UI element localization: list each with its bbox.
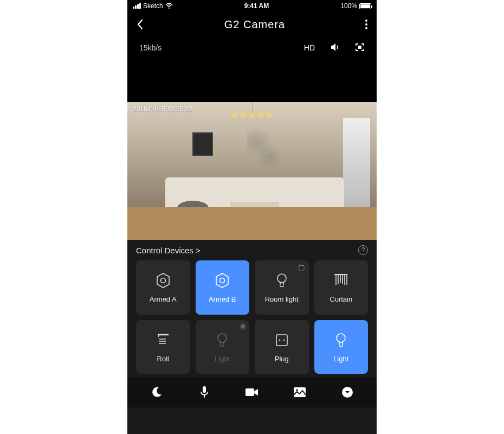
svg-point-6 xyxy=(220,278,225,283)
camera-feed[interactable]: 2018/08/15 12:50:22 xyxy=(127,102,377,240)
moon-icon xyxy=(150,386,163,399)
svg-point-7 xyxy=(277,274,286,283)
svg-point-2 xyxy=(365,23,367,25)
tile-armed-b[interactable]: Armed B xyxy=(196,260,250,315)
loading-icon xyxy=(298,265,305,271)
phone-frame: Sketch 9:41 AM 100% G2 Camera 15kb/s HD xyxy=(127,0,377,434)
plug-icon xyxy=(274,331,289,349)
tile-room-light[interactable]: Room light xyxy=(255,260,309,315)
battery-label: 100% xyxy=(340,2,357,10)
tile-label: Light xyxy=(333,355,348,363)
svg-rect-4 xyxy=(358,46,361,49)
signal-icon xyxy=(133,3,141,9)
disabled-badge-icon: ⊘ xyxy=(240,323,246,330)
tile-roll[interactable]: Roll xyxy=(136,320,190,374)
tile-label: Armed B xyxy=(209,295,236,303)
feed-timestamp: 2018/08/15 12:50:22 xyxy=(133,105,192,113)
bitrate-label: 15kb/s xyxy=(139,43,161,52)
record-button[interactable] xyxy=(240,380,264,404)
tile-curtain[interactable]: Curtain xyxy=(314,260,369,315)
section-header[interactable]: Control Devices > ? xyxy=(136,245,368,255)
talk-button[interactable] xyxy=(192,380,216,404)
svg-point-1 xyxy=(365,20,367,22)
tile-label: Armed A xyxy=(150,295,177,303)
svg-point-3 xyxy=(365,27,367,29)
svg-rect-13 xyxy=(203,386,206,393)
shield-hex-icon xyxy=(155,271,171,290)
video-letterbox xyxy=(127,59,377,102)
bottom-toolbar xyxy=(127,377,377,407)
more-button[interactable] xyxy=(335,380,359,404)
volume-button[interactable] xyxy=(330,43,340,53)
svg-rect-14 xyxy=(245,388,254,396)
battery-icon xyxy=(359,3,371,9)
picture-icon xyxy=(293,386,307,398)
tile-light-disabled[interactable]: ⊘ Light xyxy=(196,320,250,374)
back-button[interactable] xyxy=(136,18,145,30)
video-camera-icon xyxy=(244,387,260,398)
svg-point-12 xyxy=(337,334,345,342)
snapshot-button[interactable] xyxy=(288,380,312,404)
more-menu-button[interactable] xyxy=(365,18,368,30)
svg-point-8 xyxy=(218,334,227,342)
nav-bar: G2 Camera xyxy=(127,12,377,37)
svg-rect-9 xyxy=(276,335,287,346)
shield-hex-icon xyxy=(214,271,230,290)
status-left: Sketch xyxy=(133,2,173,10)
tile-label: Curtain xyxy=(329,295,352,303)
fullscreen-icon xyxy=(355,43,365,52)
help-button[interactable]: ? xyxy=(358,245,368,255)
tile-plug[interactable]: Plug xyxy=(255,320,309,374)
bulb-icon xyxy=(334,331,348,349)
bulb-icon xyxy=(275,271,289,290)
svg-point-10 xyxy=(279,339,280,341)
svg-point-11 xyxy=(283,339,285,341)
control-panel: Control Devices > ? Armed A Armed B xyxy=(127,240,377,434)
page-title: G2 Camera xyxy=(224,18,285,31)
fullscreen-button[interactable] xyxy=(355,43,365,53)
roller-blind-icon xyxy=(155,331,171,349)
svg-point-0 xyxy=(169,8,170,9)
section-title: Control Devices > xyxy=(136,246,201,255)
status-bar: Sketch 9:41 AM 100% xyxy=(127,0,377,12)
status-right: 100% xyxy=(340,2,371,10)
svg-point-16 xyxy=(296,389,298,391)
tile-label: Light xyxy=(215,355,230,363)
wifi-icon xyxy=(165,3,173,9)
tile-armed-a[interactable]: Armed A xyxy=(136,260,190,315)
tile-label: Plug xyxy=(275,355,289,363)
tile-label: Roll xyxy=(157,355,169,363)
night-mode-button[interactable] xyxy=(145,380,169,404)
device-tile-grid: Armed A Armed B Room light Curtain xyxy=(136,260,368,374)
carrier-label: Sketch xyxy=(143,2,163,10)
circle-chevron-down-icon xyxy=(341,386,354,399)
tile-label: Room light xyxy=(265,295,299,303)
video-info-bar: 15kb/s HD xyxy=(127,37,377,59)
microphone-icon xyxy=(199,385,210,399)
curtain-icon xyxy=(333,271,349,290)
tile-light-active[interactable]: Light xyxy=(314,320,369,374)
clock-label: 9:41 AM xyxy=(244,2,269,10)
speaker-icon xyxy=(330,43,340,52)
svg-point-5 xyxy=(160,278,165,283)
quality-button[interactable]: HD xyxy=(304,43,315,52)
bulb-icon xyxy=(215,331,229,349)
